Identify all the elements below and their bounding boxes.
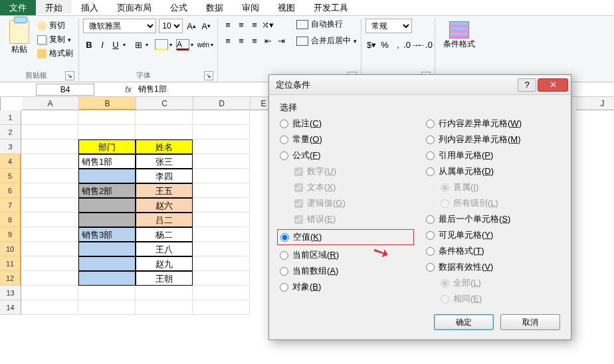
- cell-c12[interactable]: 王朝: [136, 271, 193, 286]
- opt-precedents[interactable]: 引用单元格(P): [426, 149, 560, 161]
- cell-a8[interactable]: [21, 213, 78, 227]
- fill-color-button[interactable]: [155, 39, 168, 50]
- phonetic-button[interactable]: wén: [197, 39, 209, 50]
- font-launcher[interactable]: ↘: [204, 71, 213, 80]
- dialog-close-button[interactable]: ✕: [538, 78, 568, 92]
- indent-dec-button[interactable]: ⇤: [262, 35, 274, 46]
- cell-a5[interactable]: [21, 169, 78, 183]
- paste-button[interactable]: 粘贴: [7, 19, 32, 56]
- cell-b3[interactable]: 部门: [78, 139, 136, 154]
- row-header-14[interactable]: 14: [0, 300, 21, 315]
- cell-b1[interactable]: [78, 110, 136, 125]
- cell-b5[interactable]: [78, 169, 136, 183]
- orientation-button[interactable]: ⤭▾: [262, 19, 274, 31]
- cell-d11[interactable]: [193, 256, 250, 271]
- tab-formulas[interactable]: 公式: [161, 0, 197, 15]
- cell-b12[interactable]: [78, 271, 136, 286]
- opt-constants[interactable]: 常量(O): [280, 134, 414, 145]
- cell-a13[interactable]: [21, 286, 78, 300]
- cell-c4[interactable]: 张三: [136, 154, 193, 169]
- cell-a10[interactable]: [21, 242, 78, 256]
- bold-button[interactable]: B: [83, 39, 95, 50]
- cancel-button[interactable]: 取消: [500, 314, 560, 330]
- select-all-corner[interactable]: [0, 97, 1, 110]
- tab-home[interactable]: 开始: [36, 0, 72, 15]
- number-format-select[interactable]: 常规: [365, 19, 412, 33]
- row-header-9[interactable]: 9: [0, 227, 21, 242]
- format-painter-button[interactable]: 格式刷: [36, 46, 74, 60]
- comma-button[interactable]: ,: [392, 39, 404, 50]
- cell-a12[interactable]: [21, 271, 78, 286]
- opt-visible[interactable]: 可见单元格(Y): [426, 229, 560, 241]
- align-top-button[interactable]: ≡: [222, 19, 234, 31]
- cell-c9[interactable]: 杨二: [136, 227, 193, 242]
- indent-inc-button[interactable]: ⇥: [275, 35, 287, 46]
- col-header-a[interactable]: A: [22, 97, 79, 110]
- tab-dev[interactable]: 开发工具: [304, 0, 358, 15]
- cell-d5[interactable]: [193, 169, 250, 183]
- clipboard-launcher[interactable]: ↘: [65, 71, 74, 80]
- italic-button[interactable]: I: [96, 39, 108, 50]
- cell-a7[interactable]: [21, 198, 78, 213]
- row-header-12[interactable]: 12: [0, 271, 21, 286]
- cell-d14[interactable]: [193, 300, 250, 315]
- cell-b11[interactable]: [78, 256, 136, 271]
- align-left-button[interactable]: ≡: [222, 35, 234, 46]
- font-color-button[interactable]: A: [176, 39, 189, 50]
- cell-a11[interactable]: [21, 256, 78, 271]
- decrease-font-button[interactable]: A▾: [200, 20, 212, 32]
- underline-button[interactable]: U: [110, 39, 122, 50]
- opt-validation[interactable]: 数据有效性(V): [426, 261, 560, 273]
- cell-c7[interactable]: 赵六: [136, 198, 193, 213]
- row-header-7[interactable]: 7: [0, 198, 21, 213]
- opt-row-diff[interactable]: 行内容差异单元格(W): [426, 118, 560, 130]
- tab-data[interactable]: 数据: [197, 0, 233, 15]
- merge-center-button[interactable]: 合并后居中▾: [296, 35, 357, 46]
- row-header-5[interactable]: 5: [0, 169, 21, 183]
- cell-d3[interactable]: [193, 139, 250, 154]
- cell-c13[interactable]: [136, 286, 193, 300]
- row-header-8[interactable]: 8: [0, 213, 21, 227]
- opt-current-array[interactable]: 当前数组(A): [280, 265, 414, 277]
- cell-b7[interactable]: [78, 198, 136, 213]
- cell-c5[interactable]: 李四: [136, 169, 193, 183]
- cell-c11[interactable]: 赵九: [136, 256, 193, 271]
- cell-c2[interactable]: [136, 125, 193, 139]
- align-center-button[interactable]: ≡: [235, 35, 247, 46]
- cut-button[interactable]: 剪切: [36, 19, 74, 33]
- cell-d4[interactable]: [193, 154, 250, 169]
- opt-current-region[interactable]: 当前区域(R): [280, 249, 414, 261]
- cell-d2[interactable]: [193, 125, 250, 139]
- cell-a14[interactable]: [21, 300, 78, 315]
- tab-review[interactable]: 审阅: [233, 0, 268, 15]
- inc-decimal-button[interactable]: .0→: [405, 39, 417, 50]
- col-header-d[interactable]: D: [193, 97, 251, 110]
- cell-c6[interactable]: 王五: [136, 183, 193, 198]
- cell-b13[interactable]: [78, 286, 136, 300]
- row-header-11[interactable]: 11: [0, 256, 21, 271]
- dec-decimal-button[interactable]: ←.0: [419, 39, 431, 50]
- opt-comments[interactable]: 批注(C): [280, 118, 414, 130]
- opt-dependents[interactable]: 从属单元格(D): [426, 165, 560, 177]
- col-header-j[interactable]: J: [576, 97, 614, 110]
- cell-b14[interactable]: [78, 300, 136, 315]
- cell-d6[interactable]: [193, 183, 250, 198]
- cell-a3[interactable]: [21, 139, 78, 154]
- row-header-1[interactable]: 1: [0, 110, 21, 125]
- cell-d9[interactable]: [193, 227, 250, 242]
- percent-button[interactable]: %: [379, 39, 391, 50]
- dialog-titlebar[interactable]: 定位条件 ? ✕: [269, 75, 571, 95]
- cell-d1[interactable]: [193, 110, 250, 125]
- cell-d7[interactable]: [193, 198, 250, 213]
- tab-view[interactable]: 视图: [268, 0, 304, 15]
- opt-formulas[interactable]: 公式(F): [280, 149, 414, 161]
- cell-a4[interactable]: [21, 154, 78, 169]
- opt-objects[interactable]: 对象(B): [280, 281, 414, 293]
- fx-icon[interactable]: fx: [122, 85, 134, 94]
- cell-b10[interactable]: [78, 242, 136, 256]
- tab-layout[interactable]: 页面布局: [108, 0, 161, 15]
- cell-a9[interactable]: [21, 227, 78, 242]
- currency-button[interactable]: $▾: [365, 39, 377, 50]
- row-header-4[interactable]: 4: [0, 154, 21, 169]
- increase-font-button[interactable]: A▴: [185, 20, 197, 32]
